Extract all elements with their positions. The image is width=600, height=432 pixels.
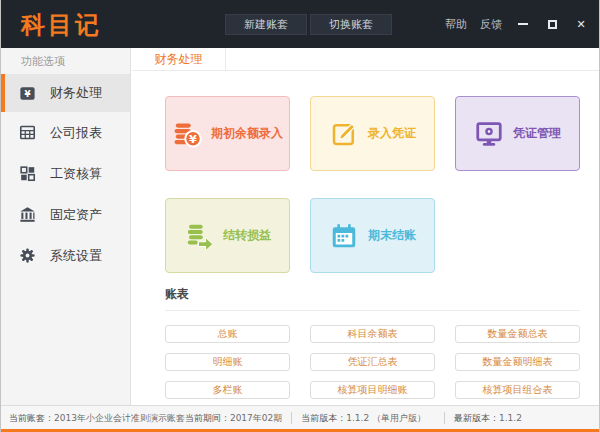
status-bar: 当前账套： 2013年小企业会计准则演示账套 当前期间： 2017年02期 当前… (1, 405, 599, 432)
reports-section-title: 账表 (165, 286, 580, 311)
report-button-3[interactable]: 数量金额总表 (455, 325, 580, 343)
current-period-value: 2017年02期 (230, 412, 282, 425)
card-label: 期末结账 (368, 227, 416, 244)
svg-text:¥: ¥ (24, 89, 30, 99)
sidebar-item-system-settings[interactable]: 系统设置 (1, 235, 130, 276)
voucher-entry-card[interactable]: 录入凭证 (310, 96, 435, 171)
title-bar: 科目记 新建账套 切换账套 帮助 反馈 ✕ (1, 0, 599, 48)
close-button[interactable]: ✕ (573, 16, 589, 32)
app-logo: 科目记 (21, 9, 102, 41)
current-account-value: 2013年小企业会计准则演示账套 (54, 412, 185, 425)
app-window: 科目记 新建账套 切换账套 帮助 反馈 ✕ 功能选项 ¥财务处理公司报表工资核算… (0, 0, 600, 432)
card-label: 录入凭证 (368, 125, 416, 142)
main-content: ¥期初余额录入录入凭证凭证管理结转损益期末结账 账表 总账科目余额表数量金额总表… (132, 71, 599, 399)
sidebar-item-finance-processing[interactable]: ¥财务处理 (1, 74, 130, 112)
edit-icon (329, 119, 359, 149)
sidebar-item-label: 工资核算 (50, 165, 102, 183)
account-set-buttons: 新建账套 切换账套 (225, 0, 392, 48)
opening-balance-entry-card[interactable]: ¥期初余额录入 (165, 96, 290, 171)
sidebar-item-label: 公司报表 (50, 124, 102, 142)
new-account-set-button[interactable]: 新建账套 (225, 14, 307, 35)
card-label: 期初余额录入 (211, 125, 283, 142)
monitor-icon (474, 119, 504, 149)
main-panel: 财务处理 ¥期初余额录入录入凭证凭证管理结转损益期末结账 账表 总账科目余额表数… (132, 48, 599, 405)
report-button-5[interactable]: 凭证汇总表 (310, 353, 435, 371)
minimize-icon (518, 23, 528, 25)
status-divider (444, 412, 445, 424)
feedback-link[interactable]: 反馈 (480, 17, 502, 32)
table-icon (18, 123, 37, 142)
bank-icon (18, 205, 37, 224)
tab-bar: 财务处理 (132, 48, 599, 71)
calendar-icon (329, 221, 359, 251)
coins-yen-icon: ¥ (172, 119, 202, 149)
report-buttons: 总账科目余额表数量金额总表明细账凭证汇总表数量金额明细表多栏账核算项目明细账核算… (165, 325, 580, 399)
report-button-4[interactable]: 明细账 (165, 353, 290, 371)
sidebar-header: 功能选项 (1, 48, 130, 74)
sidebar-item-label: 固定资产 (50, 206, 102, 224)
current-period-label: 当前期间： (185, 412, 230, 425)
sidebar-item-label: 财务处理 (50, 84, 102, 102)
voucher-management-card[interactable]: 凭证管理 (455, 96, 580, 171)
card-label: 凭证管理 (513, 125, 561, 142)
tab-finance-processing[interactable]: 财务处理 (132, 48, 226, 70)
report-button-7[interactable]: 多栏账 (165, 381, 290, 399)
sidebar-item-fixed-assets[interactable]: 固定资产 (1, 194, 130, 235)
report-button-1[interactable]: 总账 (165, 325, 290, 343)
sidebar-item-company-reports[interactable]: 公司报表 (1, 112, 130, 153)
yen-badge-icon: ¥ (18, 84, 37, 103)
report-button-6[interactable]: 数量金额明细表 (455, 353, 580, 371)
minimize-button[interactable] (515, 16, 531, 32)
profit-loss-carryover-card[interactable]: 结转损益 (165, 198, 290, 273)
help-link[interactable]: 帮助 (445, 17, 467, 32)
report-button-9[interactable]: 核算项目组合表 (455, 381, 580, 399)
sidebar-item-label: 系统设置 (50, 247, 102, 265)
current-version-label: 当前版本： (301, 412, 346, 425)
sidebar-item-payroll-accounting[interactable]: 工资核算 (1, 153, 130, 194)
latest-version-label: 最新版本： (454, 412, 499, 425)
current-account-label: 当前账套： (9, 412, 54, 425)
function-cards: ¥期初余额录入录入凭证凭证管理结转损益期末结账 (165, 96, 599, 273)
reports-section: 账表 总账科目余额表数量金额总表明细账凭证汇总表数量金额明细表多栏账核算项目明细… (165, 286, 580, 399)
report-button-2[interactable]: 科目余额表 (310, 325, 435, 343)
status-bar-content: 当前账套： 2013年小企业会计准则演示账套 当前期间： 2017年02期 当前… (1, 406, 599, 430)
maximize-button[interactable] (544, 16, 560, 32)
switch-account-set-button[interactable]: 切换账套 (310, 14, 392, 35)
report-button-8[interactable]: 核算项目明细账 (310, 381, 435, 399)
card-label: 结转损益 (223, 227, 271, 244)
maximize-icon (548, 20, 557, 29)
sidebar-menu: ¥财务处理公司报表工资核算固定资产系统设置 (1, 74, 130, 276)
gear-icon (18, 246, 37, 265)
blocks-icon (18, 164, 37, 183)
status-right-group: 当前期间： 2017年02期 当前版本： 1.1.2 （单用户版） 最新版本： … (185, 412, 522, 425)
svg-text:¥: ¥ (189, 133, 197, 146)
status-divider (291, 412, 292, 424)
current-version-value: 1.1.2 （单用户版） (346, 412, 426, 425)
latest-version-value: 1.1.2 (499, 413, 522, 423)
titlebar-right: 帮助 反馈 ✕ (445, 0, 589, 48)
period-end-closing-card[interactable]: 期末结账 (310, 198, 435, 273)
sidebar: 功能选项 ¥财务处理公司报表工资核算固定资产系统设置 (1, 48, 131, 405)
coins-arrow-icon (184, 221, 214, 251)
